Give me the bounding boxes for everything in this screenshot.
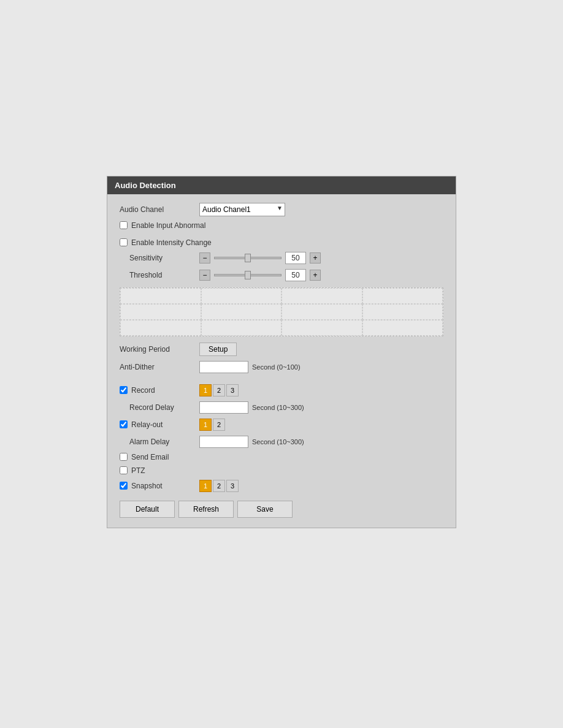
- snapshot-ch-btn-2[interactable]: 2: [213, 480, 225, 492]
- enable-input-abnormal-row: Enable Input Abnormal: [120, 221, 443, 230]
- enable-input-abnormal-checkbox[interactable]: [120, 221, 128, 229]
- waveform-cell-2: [201, 288, 282, 304]
- sensitivity-slider-track: [214, 257, 282, 259]
- sensitivity-slider-thumb[interactable]: [245, 254, 251, 262]
- ptz-row: PTZ: [120, 466, 443, 475]
- panel-header: Audio Detection: [107, 176, 456, 194]
- enable-intensity-change-label: Enable Intensity Change: [131, 238, 212, 247]
- refresh-button[interactable]: Refresh: [178, 501, 234, 518]
- threshold-increase-btn[interactable]: +: [310, 270, 321, 281]
- record-row: Record 1 2 3: [120, 384, 443, 396]
- alarm-delay-input[interactable]: 10: [199, 436, 248, 448]
- waveform-cell-4: [362, 288, 443, 304]
- threshold-decrease-btn[interactable]: −: [199, 270, 210, 281]
- working-period-label: Working Period: [120, 345, 199, 354]
- sensitivity-label: Sensitivity: [120, 254, 199, 262]
- alarm-delay-row: Alarm Delay 10 Second (10~300): [120, 436, 443, 448]
- snapshot-checkbox[interactable]: [120, 482, 128, 490]
- ptz-label: PTZ: [131, 466, 145, 475]
- save-button[interactable]: Save: [237, 501, 293, 518]
- snapshot-row: Snapshot 1 2 3: [120, 480, 443, 492]
- snapshot-label: Snapshot: [131, 482, 163, 490]
- sensitivity-row: Sensitivity − 50 +: [120, 252, 443, 264]
- enable-intensity-change-row: Enable Intensity Change: [120, 238, 443, 247]
- enable-input-abnormal-label: Enable Input Abnormal: [131, 221, 205, 230]
- bottom-buttons: Default Refresh Save: [120, 501, 443, 518]
- record-label: Record: [131, 386, 155, 395]
- ptz-checkbox[interactable]: [120, 466, 128, 474]
- alarm-delay-label: Alarm Delay: [120, 438, 199, 446]
- relay-out-channels: 1 2: [199, 419, 225, 431]
- sensitivity-slider-container: − 50 +: [199, 252, 321, 264]
- waveform-area: [120, 287, 443, 336]
- audio-chanel-label: Audio Chanel: [120, 205, 199, 214]
- record-delay-input[interactable]: 10: [199, 401, 248, 414]
- record-delay-label: Record Delay: [120, 403, 199, 412]
- relay-out-ch-btn-2[interactable]: 2: [213, 419, 225, 431]
- record-delay-row: Record Delay 10 Second (10~300): [120, 401, 443, 414]
- audio-chanel-select[interactable]: Audio Chanel1 Audio Chanel2: [199, 203, 285, 216]
- record-channels: 1 2 3: [199, 384, 239, 396]
- record-delay-hint: Second (10~300): [252, 404, 304, 411]
- record-checkbox-label: Record: [120, 386, 199, 395]
- waveform-cell-3: [282, 288, 362, 304]
- record-ch-btn-3[interactable]: 3: [226, 384, 239, 396]
- record-checkbox[interactable]: [120, 386, 128, 394]
- anti-dither-label: Anti-Dither: [120, 363, 199, 371]
- page-wrapper: Audio Detection Audio Chanel Audio Chane…: [0, 0, 563, 728]
- enable-intensity-change-checkbox[interactable]: [120, 238, 128, 246]
- waveform-cell-8: [362, 304, 443, 320]
- send-email-label: Send Email: [131, 453, 169, 461]
- snapshot-ch-btn-1[interactable]: 1: [199, 480, 212, 492]
- waveform-grid: [120, 288, 443, 336]
- waveform-cell-7: [282, 304, 362, 320]
- send-email-checkbox[interactable]: [120, 453, 128, 461]
- sensitivity-increase-btn[interactable]: +: [310, 252, 321, 264]
- waveform-cell-6: [201, 304, 282, 320]
- setup-button[interactable]: Setup: [199, 343, 237, 356]
- threshold-slider-thumb[interactable]: [245, 271, 251, 279]
- relay-out-ch-btn-1[interactable]: 1: [199, 419, 212, 431]
- threshold-value: 50: [291, 271, 299, 279]
- panel-title: Audio Detection: [115, 181, 176, 190]
- default-button[interactable]: Default: [120, 501, 175, 518]
- waveform-cell-11: [282, 320, 362, 336]
- threshold-label: Threshold: [120, 271, 199, 279]
- waveform-cell-9: [120, 320, 201, 336]
- snapshot-channels: 1 2 3: [199, 480, 239, 492]
- sensitivity-value-box: 50: [285, 252, 306, 264]
- anti-dither-row: Anti-Dither 5 Second (0~100): [120, 361, 443, 373]
- snapshot-checkbox-label: Snapshot: [120, 482, 199, 490]
- relay-out-checkbox[interactable]: [120, 420, 128, 428]
- audio-chanel-select-wrapper: Audio Chanel1 Audio Chanel2: [199, 203, 285, 216]
- threshold-row: Threshold − 50 +: [120, 269, 443, 281]
- panel-body: Audio Chanel Audio Chanel1 Audio Chanel2…: [107, 194, 456, 528]
- anti-dither-input[interactable]: 5: [199, 361, 248, 373]
- threshold-slider-container: − 50 +: [199, 269, 321, 281]
- alarm-delay-hint: Second (10~300): [252, 438, 304, 446]
- waveform-cell-5: [120, 304, 201, 320]
- record-ch-btn-2[interactable]: 2: [213, 384, 225, 396]
- threshold-value-box: 50: [285, 269, 306, 281]
- sensitivity-decrease-btn[interactable]: −: [199, 252, 210, 264]
- waveform-cell-1: [120, 288, 201, 304]
- relay-out-row: Relay-out 1 2: [120, 419, 443, 431]
- relay-out-label: Relay-out: [131, 420, 163, 429]
- waveform-cell-12: [362, 320, 443, 336]
- record-ch-btn-1[interactable]: 1: [199, 384, 212, 396]
- relay-out-checkbox-label: Relay-out: [120, 420, 199, 429]
- threshold-slider-track: [214, 274, 282, 276]
- audio-chanel-row: Audio Chanel Audio Chanel1 Audio Chanel2: [120, 203, 443, 216]
- waveform-cell-10: [201, 320, 282, 336]
- divider-2: [120, 378, 443, 384]
- snapshot-ch-btn-3[interactable]: 3: [226, 480, 239, 492]
- audio-detection-panel: Audio Detection Audio Chanel Audio Chane…: [107, 176, 456, 528]
- working-period-row: Working Period Setup: [120, 343, 443, 356]
- anti-dither-hint: Second (0~100): [252, 363, 301, 371]
- sensitivity-value: 50: [291, 254, 299, 262]
- send-email-row: Send Email: [120, 453, 443, 461]
